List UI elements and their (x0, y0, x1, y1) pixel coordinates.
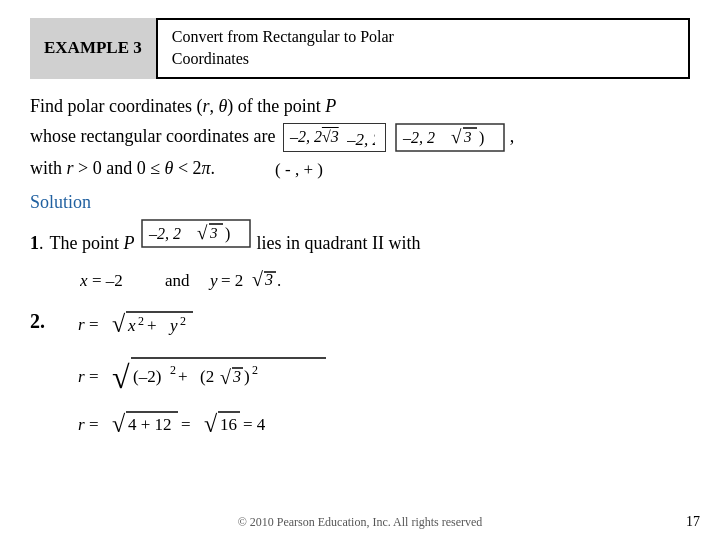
xy-equation-row: x = –2 and y = 2 √ 3 . (80, 264, 690, 296)
page: EXAMPLE 3 Convert from Rectangular to Po… (0, 0, 720, 540)
svg-text:3: 3 (264, 271, 273, 288)
find-paragraph: Find polar coordinates (r, θ) of the poi… (30, 93, 690, 121)
svg-text:x: x (80, 271, 88, 290)
r-formula-svg: r = √ x 2 + y 2 (78, 304, 278, 342)
svg-text:–2, 2: –2, 2 (347, 130, 375, 149)
svg-text:√: √ (112, 311, 126, 337)
comma-after-coord: , (510, 126, 515, 146)
svg-text:+: + (147, 316, 157, 335)
step1-suffix: lies in quadrant II with (257, 230, 421, 258)
svg-text:= 4: = 4 (243, 415, 266, 434)
find-line3-row: with r > 0 and 0 ≤ θ < 2π. ( - , + ) (30, 155, 690, 183)
svg-text:+: + (178, 367, 188, 386)
svg-text:and: and (165, 271, 190, 290)
math-col: r = √ x 2 + y 2 r = √ (78, 304, 378, 442)
svg-text:√: √ (112, 359, 130, 395)
step1-num: 1. (30, 230, 44, 258)
coord-box-top: –2, 2√3 –2, 2 (283, 123, 386, 152)
svg-text:=: = (89, 315, 99, 334)
step1-text: The point P (50, 230, 135, 258)
svg-text:√: √ (112, 411, 126, 437)
svg-text:(–2): (–2) (133, 367, 161, 386)
svg-text:r: r (78, 367, 85, 386)
title-box: Convert from Rectangular to Polar Coordi… (156, 18, 690, 79)
xy-eq-svg: x = –2 and y = 2 √ 3 . (80, 264, 420, 296)
sign-annotation: ( - , + ) (275, 157, 323, 183)
svg-text:=: = (89, 415, 99, 434)
svg-text:2: 2 (180, 314, 186, 328)
svg-text:.: . (277, 271, 281, 290)
svg-text:√: √ (220, 366, 231, 388)
svg-text:): ) (225, 225, 230, 243)
header-row: EXAMPLE 3 Convert from Rectangular to Po… (30, 18, 690, 79)
svg-text:): ) (479, 129, 484, 147)
find-line1: Find polar coordinates (r, θ) of the poi… (30, 96, 336, 116)
step2-num: 2. (30, 304, 58, 337)
svg-text:2: 2 (138, 314, 144, 328)
r-sub1-svg: r = √ (–2) 2 + (2 √ 3 ) (78, 348, 358, 398)
example-label: EXAMPLE 3 (30, 18, 156, 79)
step-1: 1. The point P –2, 2 √ 3 ) lies in quadr… (30, 219, 690, 258)
svg-text:4 + 12: 4 + 12 (128, 415, 172, 434)
title-line2: Coordinates (172, 50, 249, 67)
find-line2-row: whose rectangular coordinates are –2, 2√… (30, 123, 690, 153)
step-2: 2. r = √ x 2 + y 2 (30, 304, 690, 442)
svg-text:3: 3 (209, 225, 218, 241)
svg-text:√: √ (252, 268, 263, 290)
svg-text:= 2: = 2 (221, 271, 243, 290)
svg-text:r: r (78, 415, 85, 434)
svg-text:16: 16 (220, 415, 237, 434)
svg-text:y: y (168, 316, 178, 335)
svg-text:–2, 2: –2, 2 (402, 129, 435, 146)
svg-text:): ) (244, 367, 250, 386)
svg-text:–2, 2: –2, 2 (148, 225, 181, 242)
r-sub2-svg: r = √ 4 + 12 = √ 16 = 4 (78, 404, 378, 442)
svg-text:2: 2 (170, 363, 176, 377)
svg-text:=: = (181, 415, 191, 434)
svg-text:√: √ (451, 126, 462, 147)
svg-text:= –2: = –2 (92, 271, 123, 290)
main-content: Find polar coordinates (r, θ) of the poi… (30, 93, 690, 442)
find-line3: with r > 0 and 0 ≤ θ < 2π. (30, 155, 215, 183)
svg-text:3: 3 (232, 368, 241, 385)
coord-display-step1: –2, 2 √ 3 ) (141, 219, 251, 249)
svg-text:=: = (89, 367, 99, 386)
find-line2: whose rectangular coordinates are (30, 126, 275, 146)
page-number: 17 (686, 514, 700, 530)
svg-text:2: 2 (252, 363, 258, 377)
svg-text:x: x (127, 316, 136, 335)
svg-text:(2: (2 (200, 367, 214, 386)
svg-text:y: y (208, 271, 218, 290)
svg-text:√: √ (204, 411, 218, 437)
coord-display-top: –2, 2 √ 3 ) (395, 123, 505, 153)
svg-text:3: 3 (463, 129, 472, 145)
footer-copyright: © 2010 Pearson Education, Inc. All right… (0, 515, 720, 530)
svg-text:√: √ (197, 222, 208, 243)
solution-label: Solution (30, 189, 690, 217)
sqrt3-svg-top: –2, 2 (347, 128, 375, 150)
title-line1: Convert from Rectangular to Polar (172, 28, 394, 45)
svg-text:r: r (78, 315, 85, 334)
